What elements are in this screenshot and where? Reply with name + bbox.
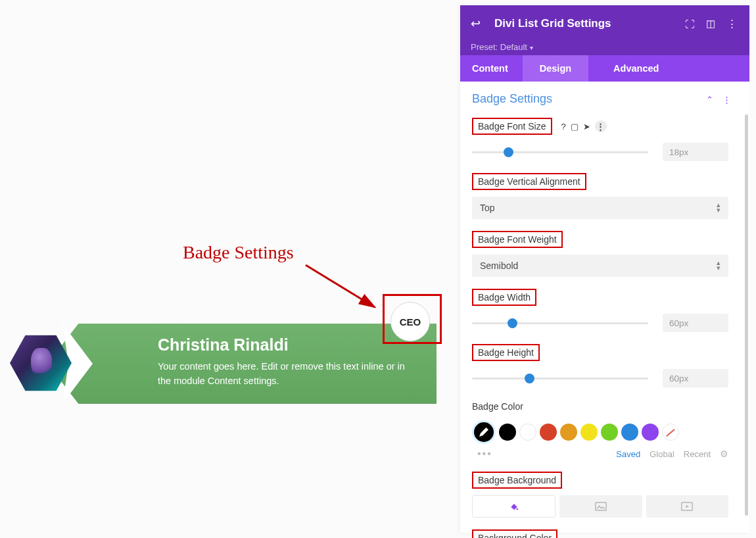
height-value[interactable]: 60px xyxy=(663,369,728,387)
badge: CEO xyxy=(390,302,430,341)
video-icon xyxy=(681,502,693,511)
card-title: Christina Rinaldi xyxy=(158,335,289,355)
tabs: Content Design Advanced xyxy=(460,55,749,82)
paint-bucket-icon xyxy=(509,501,519,512)
label-badge-font-size: Badge Font Size xyxy=(472,118,552,135)
label-background-color: Background Color xyxy=(472,529,557,538)
chevron-up-icon[interactable]: ⌃ xyxy=(706,95,713,105)
tab-design[interactable]: Design xyxy=(523,55,588,82)
label-badge-width: Badge Width xyxy=(472,289,536,306)
swatch-orange[interactable] xyxy=(560,424,577,441)
label-badge-height: Badge Height xyxy=(472,344,540,361)
annotation-arrow-icon xyxy=(299,260,391,319)
tab-content[interactable]: Content xyxy=(460,55,523,82)
select-updown-icon: ▴▾ xyxy=(717,203,721,212)
gear-icon[interactable]: ⚙ xyxy=(720,449,728,459)
swatch-red[interactable] xyxy=(540,424,557,441)
swatch-yellow[interactable] xyxy=(580,424,598,441)
swatch-purple[interactable] xyxy=(642,424,659,441)
bg-tab-color[interactable] xyxy=(472,495,555,518)
swatch-drag-icon[interactable]: ••• xyxy=(477,448,492,460)
svg-rect-2 xyxy=(596,502,607,510)
label-badge-valign: Badge Vertical Alignment xyxy=(472,173,586,190)
section-title[interactable]: Badge Settings xyxy=(472,92,552,106)
weight-select[interactable]: Semibold ▴▾ xyxy=(472,255,728,277)
label-badge-color: Badge Color xyxy=(472,399,523,414)
tab-advanced[interactable]: Advanced xyxy=(599,55,673,82)
eyedropper-icon[interactable] xyxy=(472,420,496,444)
valign-select[interactable]: Top ▴▾ xyxy=(472,197,728,219)
phone-icon[interactable]: ▢ xyxy=(571,122,579,132)
avatar xyxy=(10,332,72,394)
label-badge-weight: Badge Font Weight xyxy=(472,231,563,248)
back-icon[interactable]: ↩ xyxy=(471,16,485,31)
badge-color-swatches xyxy=(472,420,728,444)
font-size-value[interactable]: 18px xyxy=(663,143,728,161)
list-item-card: Christina Rinaldi Your content goes here… xyxy=(47,324,437,404)
option-more-icon[interactable]: ⋮ xyxy=(595,120,607,132)
palette-saved[interactable]: Saved xyxy=(616,449,640,459)
panel-title: Divi List Grid Settings xyxy=(494,17,676,30)
swatch-blue[interactable] xyxy=(621,424,638,441)
card-description: Your content goes here. Edit or remove t… xyxy=(158,359,421,389)
swatch-none[interactable] xyxy=(662,424,679,441)
bg-tab-image[interactable] xyxy=(559,495,642,518)
swatch-green[interactable] xyxy=(601,424,618,441)
width-slider[interactable] xyxy=(472,322,648,324)
width-value[interactable]: 60px xyxy=(663,314,728,332)
panel-header: ↩ Divi List Grid Settings ⛶ ◫ ⋮ xyxy=(460,5,749,42)
settings-panel: ↩ Divi List Grid Settings ⛶ ◫ ⋮ Preset: … xyxy=(460,5,749,533)
label-badge-background: Badge Background xyxy=(472,472,562,489)
image-icon xyxy=(595,502,607,511)
swatch-black[interactable] xyxy=(499,424,516,441)
preset-row[interactable]: Preset: Default ▾ xyxy=(460,42,749,55)
palette-global[interactable]: Global xyxy=(650,449,674,459)
section-more-icon[interactable]: ⋮ xyxy=(722,95,731,105)
annotation-label: Badge Settings xyxy=(183,242,294,263)
more-icon[interactable]: ⋮ xyxy=(724,18,739,30)
bg-tab-video[interactable] xyxy=(646,495,728,518)
expand-icon[interactable]: ⛶ xyxy=(682,18,697,30)
svg-line-0 xyxy=(306,265,375,307)
select-updown-icon: ▴▾ xyxy=(717,260,721,270)
swatch-white[interactable] xyxy=(519,424,536,441)
font-size-slider[interactable] xyxy=(472,151,648,153)
cursor-icon[interactable]: ➤ xyxy=(583,122,590,132)
height-slider[interactable] xyxy=(472,378,648,379)
column-icon[interactable]: ◫ xyxy=(703,18,718,30)
scrollbar[interactable] xyxy=(745,114,748,516)
help-icon[interactable]: ? xyxy=(561,122,566,132)
svg-point-1 xyxy=(516,508,518,510)
palette-recent[interactable]: Recent xyxy=(684,449,711,459)
